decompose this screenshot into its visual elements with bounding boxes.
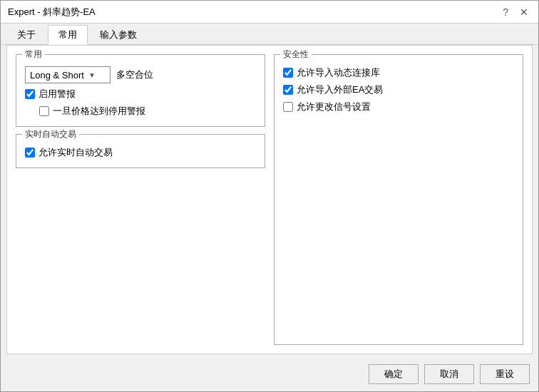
window-title: Expert - 斜率趋势-EA bbox=[8, 6, 96, 19]
price-alert-checkbox[interactable] bbox=[39, 106, 49, 116]
import-dll-label: 允许导入动态连接库 bbox=[297, 66, 380, 79]
safety-checkbox3-row: 允许更改信号设置 bbox=[283, 100, 514, 113]
help-button[interactable]: ? bbox=[500, 6, 511, 18]
long-short-dropdown[interactable]: Long & Short ▼ bbox=[25, 66, 111, 83]
auto-trade-section: 实时自动交易 允许实时自动交易 bbox=[16, 134, 265, 168]
tab-input[interactable]: 输入参数 bbox=[89, 25, 148, 44]
change-signal-checkbox[interactable] bbox=[283, 102, 293, 112]
reset-button[interactable]: 重设 bbox=[480, 364, 530, 384]
dropdown-value: Long & Short bbox=[30, 70, 84, 81]
safety-checkbox2-row: 允许导入外部EA交易 bbox=[283, 83, 514, 96]
close-button[interactable]: ✕ bbox=[517, 6, 531, 18]
safety-section: 安全性 允许导入动态连接库 允许导入外部EA交易 允许更改信号设置 bbox=[274, 54, 523, 345]
safety-checkbox1-row: 允许导入动态连接库 bbox=[283, 66, 514, 79]
ok-button[interactable]: 确定 bbox=[369, 364, 419, 384]
enable-alert-row: 启用警报 bbox=[25, 88, 256, 100]
enable-alert-label: 启用警报 bbox=[38, 88, 76, 100]
dropdown-arrow-icon: ▼ bbox=[88, 71, 96, 79]
common-section-label: 常用 bbox=[22, 48, 45, 61]
title-controls: ? ✕ bbox=[500, 6, 531, 18]
safety-section-label: 安全性 bbox=[280, 48, 312, 61]
tab-about[interactable]: 关于 bbox=[6, 25, 46, 44]
change-signal-label: 允许更改信号设置 bbox=[297, 100, 371, 113]
import-ea-label: 允许导入外部EA交易 bbox=[297, 83, 383, 96]
dropdown-row: Long & Short ▼ 多空合位 bbox=[25, 66, 256, 83]
allow-auto-checkbox[interactable] bbox=[25, 148, 35, 158]
tab-common[interactable]: 常用 bbox=[48, 25, 88, 45]
price-alert-row: 一旦价格达到停用警报 bbox=[25, 105, 256, 118]
enable-alert-checkbox[interactable] bbox=[25, 89, 35, 99]
right-panel: 安全性 允许导入动态连接库 允许导入外部EA交易 允许更改信号设置 bbox=[274, 54, 523, 345]
import-ea-checkbox[interactable] bbox=[283, 85, 293, 95]
main-window: Expert - 斜率趋势-EA ? ✕ 关于 常用 输入参数 常用 Long … bbox=[0, 0, 539, 392]
dropdown-label2: 多空合位 bbox=[116, 68, 153, 81]
footer: 确定 取消 重设 bbox=[1, 360, 538, 391]
auto-trade-section-label: 实时自动交易 bbox=[22, 128, 79, 140]
title-bar: Expert - 斜率趋势-EA ? ✕ bbox=[1, 1, 538, 24]
main-content: 常用 Long & Short ▼ 多空合位 启用警报 一旦价格达到停用警报 bbox=[6, 45, 533, 354]
allow-auto-label: 允许实时自动交易 bbox=[38, 146, 113, 159]
common-section: 常用 Long & Short ▼ 多空合位 启用警报 一旦价格达到停用警报 bbox=[16, 54, 265, 127]
cancel-button[interactable]: 取消 bbox=[424, 364, 474, 384]
import-dll-checkbox[interactable] bbox=[283, 68, 293, 78]
allow-auto-row: 允许实时自动交易 bbox=[25, 146, 256, 159]
tab-bar: 关于 常用 输入参数 bbox=[1, 24, 538, 45]
price-alert-label: 一旦价格达到停用警报 bbox=[53, 105, 145, 118]
left-panel: 常用 Long & Short ▼ 多空合位 启用警报 一旦价格达到停用警报 bbox=[16, 54, 265, 345]
